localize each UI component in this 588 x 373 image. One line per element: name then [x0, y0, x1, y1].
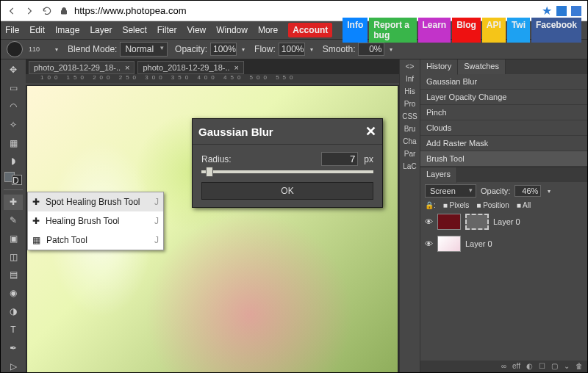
- panel-tab-channels[interactable]: Cha: [403, 137, 416, 145]
- layer-blend-select[interactable]: Screen: [425, 184, 476, 198]
- back-icon[interactable]: [7, 6, 17, 16]
- brush-preview-icon[interactable]: [7, 41, 23, 57]
- mask-icon[interactable]: ◐: [526, 362, 533, 372]
- history-step[interactable]: Clouds: [420, 120, 587, 136]
- folder-icon[interactable]: ▢: [551, 362, 558, 372]
- lasso-tool-icon[interactable]: ◠: [4, 99, 23, 115]
- flyout-item-spot-healing[interactable]: ✚ Spot Healing Brush Tool J: [28, 192, 163, 211]
- document-tab[interactable]: photo_2018-12-29_18-..×: [137, 61, 243, 74]
- radius-input[interactable]: [321, 152, 358, 166]
- newlayer-icon[interactable]: ⌄: [564, 362, 570, 372]
- ok-button[interactable]: OK: [201, 182, 373, 200]
- menu-window[interactable]: Window: [216, 25, 248, 35]
- layer-thumbnail[interactable]: [437, 214, 461, 230]
- tab-close-icon[interactable]: ×: [234, 63, 239, 72]
- extension-icon-2[interactable]: [571, 6, 581, 16]
- panel-tab-css[interactable]: CSS: [402, 112, 417, 120]
- brush-tool-icon[interactable]: ✎: [4, 213, 23, 228]
- trash-icon[interactable]: 🗑: [576, 362, 583, 372]
- twitter-pill[interactable]: Twi: [507, 18, 530, 43]
- address-bar[interactable]: https://www.photopea.com: [60, 5, 534, 16]
- lock-icon[interactable]: 🔒:: [425, 201, 436, 209]
- layer-opacity-caret-icon[interactable]: ▾: [545, 188, 553, 195]
- flyout-item-patch[interactable]: ▦ Patch Tool J: [28, 231, 163, 250]
- opacity-value[interactable]: 100%: [210, 43, 237, 56]
- mask-thumbnail[interactable]: [465, 214, 489, 230]
- panel-tab-code[interactable]: <>: [406, 62, 415, 70]
- clone-tool-icon[interactable]: ▣: [4, 231, 23, 246]
- report-bug-pill[interactable]: Report a bug: [369, 18, 416, 43]
- account-button[interactable]: Account: [288, 23, 332, 37]
- flow-value[interactable]: 100%: [279, 43, 305, 56]
- bookmark-star-icon[interactable]: ★: [542, 4, 552, 18]
- layers-tab[interactable]: Layers: [420, 167, 457, 183]
- radius-slider[interactable]: [201, 170, 373, 173]
- adjust-icon[interactable]: ☐: [539, 362, 545, 372]
- dodge-tool-icon[interactable]: ◑: [4, 304, 23, 319]
- slider-thumb-icon[interactable]: [206, 167, 213, 177]
- panel-tab-paragraph[interactable]: Par: [404, 150, 416, 158]
- flyout-item-healing[interactable]: ✚ Healing Brush Tool J: [28, 211, 163, 231]
- marquee-tool-icon[interactable]: ▭: [4, 81, 23, 96]
- panel-tab-info[interactable]: Inf: [406, 75, 414, 83]
- smooth-caret-icon[interactable]: ▾: [387, 46, 395, 53]
- menu-image[interactable]: Image: [55, 25, 79, 35]
- close-icon[interactable]: ✕: [365, 123, 376, 140]
- tab-close-icon[interactable]: ×: [125, 63, 129, 72]
- pen-tool-icon[interactable]: ✒: [4, 340, 23, 355]
- path-tool-icon[interactable]: ▷: [4, 358, 23, 373]
- type-tool-icon[interactable]: T: [4, 322, 23, 338]
- eye-icon[interactable]: 👁: [425, 217, 433, 226]
- api-pill[interactable]: API: [482, 18, 506, 43]
- eyedropper-tool-icon[interactable]: ◗: [4, 153, 23, 169]
- lock-pixels[interactable]: ■ Pixels: [443, 201, 470, 209]
- blog-pill[interactable]: Blog: [452, 18, 481, 43]
- extension-icon[interactable]: [556, 6, 567, 16]
- info-pill[interactable]: Info: [343, 18, 368, 43]
- layer-thumbnail[interactable]: [437, 236, 461, 252]
- lock-position[interactable]: ■ Position: [476, 201, 509, 209]
- layer-row[interactable]: 👁 Layer 0: [420, 233, 587, 255]
- layer-name[interactable]: Layer 0: [465, 239, 492, 248]
- menu-filter[interactable]: Filter: [157, 25, 177, 35]
- lock-all[interactable]: ■ All: [517, 201, 531, 209]
- forward-icon[interactable]: [24, 6, 35, 16]
- crop-tool-icon[interactable]: ▦: [4, 135, 23, 151]
- history-step[interactable]: Add Raster Mask: [420, 136, 587, 151]
- blend-mode-select[interactable]: Normal: [120, 42, 168, 57]
- fx-icon[interactable]: eff: [512, 362, 520, 372]
- layer-opacity-value[interactable]: 46%: [514, 185, 541, 197]
- menu-view[interactable]: View: [187, 25, 206, 35]
- panel-tab-properties[interactable]: Pro: [404, 100, 416, 108]
- menu-layer[interactable]: Layer: [90, 25, 112, 35]
- menu-edit[interactable]: Edit: [29, 25, 45, 35]
- smooth-value[interactable]: 0%: [358, 43, 384, 56]
- history-step[interactable]: Pinch: [420, 105, 587, 120]
- document-tab[interactable]: photo_2018-12-29_18-..×: [29, 61, 135, 74]
- blur-tool-icon[interactable]: ◉: [4, 286, 23, 301]
- layer-name[interactable]: Layer 0: [493, 217, 520, 226]
- wand-tool-icon[interactable]: ✧: [4, 117, 23, 132]
- gradient-tool-icon[interactable]: ▤: [4, 267, 23, 283]
- flow-caret-icon[interactable]: ▾: [308, 46, 315, 53]
- menu-select[interactable]: Select: [122, 25, 146, 35]
- history-step[interactable]: Layer Opacity Change: [420, 90, 587, 105]
- move-tool-icon[interactable]: ✥: [4, 62, 23, 78]
- learn-pill[interactable]: Learn: [418, 18, 451, 43]
- eraser-tool-icon[interactable]: ◫: [4, 249, 23, 264]
- opacity-caret-icon[interactable]: ▾: [240, 46, 247, 53]
- swatches-tab[interactable]: Swatches: [458, 59, 506, 74]
- panel-tab-history[interactable]: His: [404, 87, 415, 95]
- panel-tab-brush[interactable]: Bru: [404, 125, 416, 133]
- history-step[interactable]: Gaussian Blur: [420, 74, 587, 90]
- color-swatch[interactable]: D: [4, 172, 22, 185]
- reload-icon[interactable]: [42, 6, 52, 16]
- eye-icon[interactable]: 👁: [425, 239, 433, 248]
- history-tab[interactable]: History: [420, 59, 458, 75]
- menu-file[interactable]: File: [5, 25, 19, 35]
- brush-dropdown-icon[interactable]: ▾: [53, 46, 60, 53]
- history-step[interactable]: Brush Tool: [420, 151, 587, 167]
- panel-tab-layercomp[interactable]: LaC: [403, 162, 416, 170]
- facebook-pill[interactable]: Facebook: [531, 18, 581, 43]
- layer-row[interactable]: 👁 Layer 0: [420, 211, 587, 233]
